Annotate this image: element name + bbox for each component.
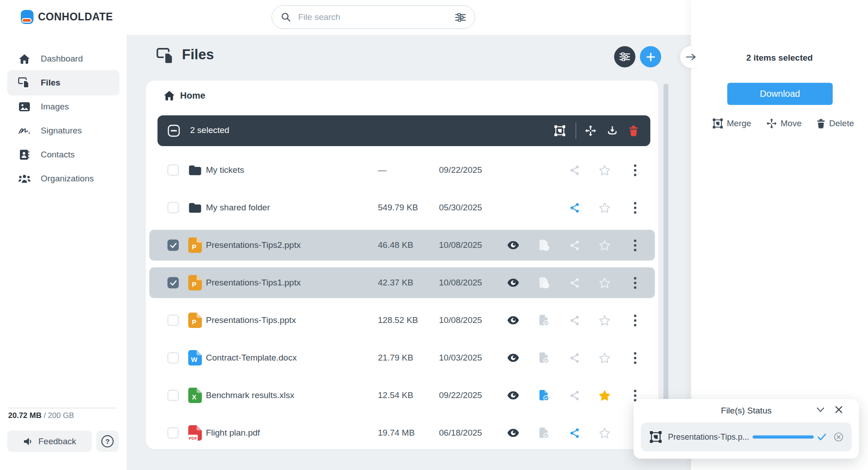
star-icon[interactable]: [598, 427, 611, 439]
preview-eye-icon[interactable]: [507, 314, 520, 327]
file-check-icon[interactable]: [538, 427, 550, 439]
star-icon[interactable]: [598, 164, 611, 176]
file-row[interactable]: P Presentations-Tips.pptx 128.52 KB 10/0…: [149, 305, 655, 336]
svg-text:P: P: [192, 280, 196, 288]
file-check-icon[interactable]: [538, 276, 550, 289]
page-title: Files: [182, 47, 214, 63]
row-checkbox[interactable]: [167, 240, 179, 251]
file-row[interactable]: PDF Flight plan.pdf 19.74 MB 06/18/2025: [149, 418, 655, 448]
feedback-button[interactable]: Feedback: [7, 431, 92, 452]
file-name[interactable]: My shared folder: [206, 203, 270, 213]
preview-eye-icon[interactable]: [507, 389, 520, 402]
search-input[interactable]: [297, 12, 455, 23]
brand-logo[interactable]: CONHOLDATE: [21, 10, 113, 24]
file-list-card: Home 2 selected: [146, 81, 658, 449]
kebab-menu-icon[interactable]: [629, 351, 641, 364]
file-name[interactable]: Presentations-Tips.pptx: [206, 315, 296, 325]
merge-button[interactable]: Merge: [713, 119, 751, 128]
add-file-button[interactable]: [640, 46, 661, 67]
sidebar-item-dashboard[interactable]: Dashboard: [7, 46, 119, 71]
kebab-menu-icon[interactable]: [629, 201, 641, 214]
share-icon[interactable]: [568, 314, 581, 327]
row-checkbox[interactable]: [167, 202, 179, 214]
file-name[interactable]: My tickets: [206, 165, 244, 175]
preview-eye-icon[interactable]: [507, 351, 520, 364]
star-icon[interactable]: [598, 239, 611, 252]
kebab-menu-icon[interactable]: [629, 276, 641, 289]
preview-eye-icon[interactable]: [507, 239, 520, 252]
file-check-icon[interactable]: [538, 351, 550, 364]
file-name[interactable]: Flight plan.pdf: [206, 428, 260, 438]
vertical-scrollbar[interactable]: [663, 84, 668, 446]
file-check-icon[interactable]: [538, 389, 550, 402]
sidebar-item-images[interactable]: Images: [7, 94, 119, 119]
kebab-menu-icon[interactable]: [629, 164, 641, 176]
dismiss-circle-x-icon[interactable]: [834, 432, 844, 442]
panel-actions: Merge Move Delete: [713, 119, 854, 128]
file-name[interactable]: Presentations-Tips2.pptx: [206, 240, 300, 250]
share-icon[interactable]: [568, 164, 581, 176]
kebab-menu-icon[interactable]: [629, 314, 641, 327]
file-name[interactable]: Benchmark results.xlsx: [206, 390, 294, 400]
help-button[interactable]: ?: [96, 431, 119, 452]
star-icon[interactable]: [598, 389, 611, 402]
preview-eye-icon[interactable]: [507, 276, 520, 289]
delete-button[interactable]: Delete: [817, 119, 854, 128]
file-type-icon: [188, 202, 202, 213]
preview-eye-icon[interactable]: [507, 427, 520, 439]
sidebar-item-label: Dashboard: [41, 54, 83, 64]
file-row[interactable]: My tickets — 09/22/2025: [149, 155, 655, 185]
merge-label: Merge: [727, 119, 751, 128]
file-row[interactable]: My shared folder 549.79 KB 05/30/2025: [149, 192, 655, 223]
brand-logo-icon: [21, 10, 33, 24]
file-row[interactable]: P Presentations-Tips1.pptx 42.37 KB 10/0…: [149, 267, 655, 298]
row-checkbox[interactable]: [167, 390, 179, 401]
sidebar-item-contacts[interactable]: Contacts: [7, 142, 119, 167]
file-type-icon: P: [188, 275, 202, 290]
move-button[interactable]: Move: [767, 119, 801, 128]
star-icon[interactable]: [598, 351, 611, 364]
sidebar-item-files[interactable]: Files: [7, 70, 119, 95]
star-icon[interactable]: [598, 201, 611, 214]
file-check-icon[interactable]: [538, 239, 550, 252]
share-icon[interactable]: [568, 276, 581, 289]
star-icon[interactable]: [598, 314, 611, 327]
files-page-icon: [157, 48, 176, 65]
file-date: 09/22/2025: [439, 165, 482, 175]
popup-title: File(s) Status: [634, 406, 859, 416]
file-row[interactable]: P Presentations-Tips2.pptx 46.48 KB 10/0…: [149, 230, 655, 261]
feedback-label: Feedback: [38, 437, 76, 446]
share-icon[interactable]: [568, 201, 581, 214]
file-name[interactable]: Presentations-Tips1.pptx: [206, 278, 300, 288]
close-icon[interactable]: [835, 406, 843, 413]
row-checkbox[interactable]: [167, 352, 179, 364]
sidebar-item-signatures[interactable]: Signatures: [7, 118, 119, 143]
status-item: Presentations-Tips.p...: [641, 423, 852, 451]
progress-bar: [753, 436, 814, 439]
download-button[interactable]: Download: [727, 83, 833, 105]
row-checkbox[interactable]: [167, 165, 179, 176]
star-icon[interactable]: [598, 276, 611, 289]
row-checkbox[interactable]: [167, 277, 179, 289]
share-icon[interactable]: [568, 351, 581, 364]
file-row[interactable]: W Contract-Template.docx 21.79 KB 10/03/…: [149, 342, 655, 373]
share-icon[interactable]: [568, 239, 581, 252]
signature-icon: [18, 126, 31, 135]
chevron-down-icon[interactable]: [816, 407, 825, 413]
sidebar-item-organizations[interactable]: Organizations: [7, 166, 119, 191]
file-name[interactable]: Contract-Template.docx: [206, 353, 297, 363]
file-type-icon: [188, 165, 202, 176]
file-check-icon[interactable]: [538, 314, 550, 327]
row-checkbox[interactable]: [167, 427, 179, 439]
share-icon[interactable]: [568, 389, 581, 402]
sidebar-divider: [8, 408, 117, 408]
row-checkbox[interactable]: [167, 315, 179, 326]
share-icon[interactable]: [568, 427, 581, 439]
file-row[interactable]: X Benchmark results.xlsx 12.54 KB 09/22/…: [149, 380, 655, 411]
search-filter-sliders-icon[interactable]: [455, 13, 466, 22]
kebab-menu-icon[interactable]: [629, 239, 641, 252]
file-search[interactable]: [272, 5, 475, 29]
view-settings-button[interactable]: [614, 46, 635, 67]
status-file-name: Presentations-Tips.p...: [668, 432, 749, 442]
svg-text:P: P: [192, 243, 196, 251]
